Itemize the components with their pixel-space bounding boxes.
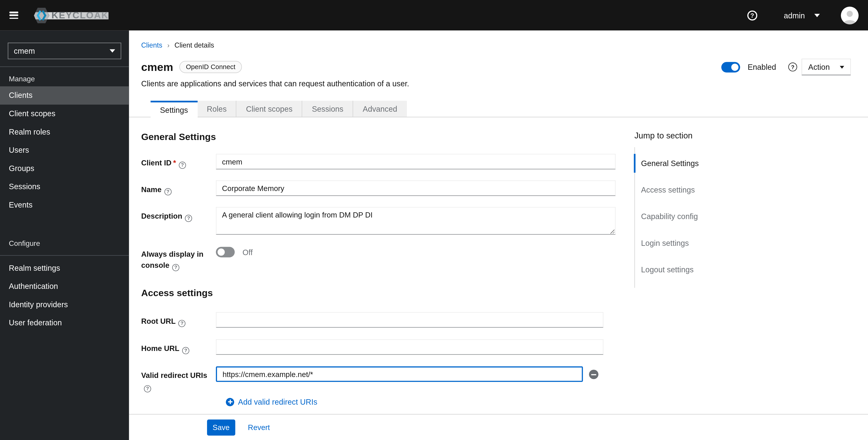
revert-link[interactable]: Revert [248, 423, 270, 432]
always-display-label: Always display in console? [141, 245, 216, 271]
jump-item-access-settings[interactable]: Access settings [634, 180, 817, 199]
breadcrumb-separator-icon: › [167, 41, 170, 49]
question-circle-icon[interactable]: ? [179, 320, 186, 327]
jump-item-login-settings[interactable]: Login settings [634, 234, 817, 253]
jump-heading: Jump to section [634, 130, 817, 140]
plus-circle-icon [226, 398, 234, 406]
sidebar-item-identity-providers[interactable]: Identity providers [0, 295, 129, 314]
protocol-badge: OpenID Connect [179, 61, 242, 73]
name-input[interactable] [216, 180, 615, 196]
help-icon[interactable]: ? [788, 62, 797, 71]
sidebar-item-events[interactable]: Events [0, 196, 129, 214]
help-icon[interactable]: ? [747, 10, 757, 20]
header-controls: Enabled ? Action [721, 59, 851, 75]
client-id-label: Client ID*? [141, 154, 216, 169]
nav-section-configure: Configure [0, 231, 129, 251]
client-id-input[interactable] [216, 154, 615, 169]
chevron-down-icon [814, 13, 820, 17]
redirect-uri-input[interactable] [216, 366, 583, 382]
tab-roles[interactable]: Roles [197, 101, 237, 117]
question-circle-icon[interactable]: ? [179, 161, 186, 169]
jump-item-general-settings[interactable]: General Settings [634, 154, 817, 173]
sidebar-item-authentication[interactable]: Authentication [0, 277, 129, 296]
redirect-uris-label: Valid redirect URIs? [141, 366, 216, 392]
breadcrumb: Clients › Client details [141, 41, 851, 49]
sidebar-item-user-federation[interactable]: User federation [0, 314, 129, 332]
topbar: KEYCLOAK ? admin [0, 0, 868, 30]
sidebar-item-users[interactable]: Users [0, 141, 129, 159]
root-url-label: Root URL? [141, 312, 216, 327]
nav-gap [0, 214, 129, 231]
sidebar-item-client-scopes[interactable]: Client scopes [0, 105, 129, 123]
person-icon [841, 7, 859, 24]
add-redirect-uri-link[interactable]: Add valid redirect URIs [226, 398, 868, 406]
always-display-state: Off [242, 247, 253, 257]
access-settings-heading: Access settings [141, 288, 868, 299]
description-textarea[interactable]: A general client allowing login from DM … [216, 207, 615, 235]
question-circle-icon[interactable]: ? [164, 188, 172, 195]
home-url-label: Home URL? [141, 339, 216, 354]
jump-item-capability-config[interactable]: Capability config [634, 207, 817, 226]
question-circle-icon[interactable]: ? [172, 264, 179, 271]
sidebar-item-realm-settings[interactable]: Realm settings [0, 259, 129, 277]
enabled-label: Enabled [748, 62, 776, 71]
client-tabs: Settings Roles Client scopes Sessions Ad… [129, 101, 868, 117]
tab-settings[interactable]: Settings [151, 101, 197, 118]
sidebar-item-realm-roles[interactable]: Realm roles [0, 123, 129, 141]
question-circle-icon[interactable]: ? [144, 385, 151, 392]
sidebar-divider [0, 255, 129, 256]
question-circle-icon[interactable]: ? [182, 347, 189, 354]
toggle-knob [731, 63, 738, 71]
action-dropdown[interactable]: Action [802, 59, 851, 75]
sidebar-item-sessions[interactable]: Sessions [0, 178, 129, 196]
jump-list: General Settings Access settings Capabil… [634, 147, 817, 288]
jump-item-logout-settings[interactable]: Logout settings [634, 260, 817, 279]
add-redirect-uri-label: Add valid redirect URIs [238, 398, 317, 406]
realm-selector-value: cmem [14, 47, 35, 55]
remove-redirect-uri-button[interactable] [589, 370, 598, 379]
root-url-input[interactable] [216, 312, 603, 328]
redirect-uris-row: Valid redirect URIs? [141, 366, 868, 392]
always-display-cell: Off [216, 245, 253, 257]
keycloak-logo: KEYCLOAK [33, 7, 109, 24]
tab-client-scopes[interactable]: Client scopes [237, 101, 302, 117]
realm-selector[interactable]: cmem [8, 42, 121, 59]
sidebar-nav: Manage Clients Client scopes Realm roles… [0, 67, 129, 332]
sidebar-item-groups[interactable]: Groups [0, 159, 129, 178]
page-description: Clients are applications and services th… [141, 79, 851, 88]
topbar-right: ? admin [747, 6, 859, 24]
form-action-footer: Save Revert [129, 414, 868, 440]
brand-text: KEYCLOAK [52, 10, 109, 21]
home-url-row: Home URL? [141, 339, 868, 355]
breadcrumb-clients-link[interactable]: Clients [141, 41, 162, 49]
home-url-input[interactable] [216, 339, 603, 355]
enabled-toggle[interactable] [721, 62, 740, 72]
required-asterisk: * [173, 159, 176, 167]
chevron-down-icon [110, 49, 115, 53]
always-display-toggle[interactable] [216, 247, 235, 257]
description-label: Description? [141, 207, 216, 222]
keycloak-admin-console: KEYCLOAK ? admin cmem Manage Clients [0, 0, 868, 440]
action-dropdown-label: Action [808, 62, 830, 71]
settings-form: General Settings Client ID*? Name? Descr… [129, 117, 868, 437]
title-row: cmem OpenID Connect Enabled ? Action [141, 59, 851, 75]
user-menu[interactable]: admin [784, 11, 820, 20]
page-title: cmem [141, 60, 173, 73]
toggle-knob [217, 248, 225, 256]
name-label: Name? [141, 180, 216, 195]
chevron-down-icon [840, 65, 844, 68]
sidebar-item-clients[interactable]: Clients [0, 86, 129, 105]
save-button[interactable]: Save [207, 420, 235, 436]
hamburger-menu-icon[interactable] [9, 11, 18, 19]
keycloak-logo-icon [33, 7, 50, 24]
main-content: Clients › Client details cmem OpenID Con… [129, 30, 868, 440]
question-circle-icon[interactable]: ? [185, 214, 192, 222]
tab-sessions[interactable]: Sessions [302, 101, 353, 117]
breadcrumb-current: Client details [175, 41, 214, 49]
root-url-row: Root URL? [141, 312, 868, 328]
avatar[interactable] [841, 6, 859, 24]
page-header: Clients › Client details cmem OpenID Con… [129, 30, 868, 88]
sidebar: cmem Manage Clients Client scopes Realm … [0, 30, 129, 440]
jump-to-section: Jump to section General Settings Access … [634, 130, 817, 288]
tab-advanced[interactable]: Advanced [353, 101, 407, 117]
